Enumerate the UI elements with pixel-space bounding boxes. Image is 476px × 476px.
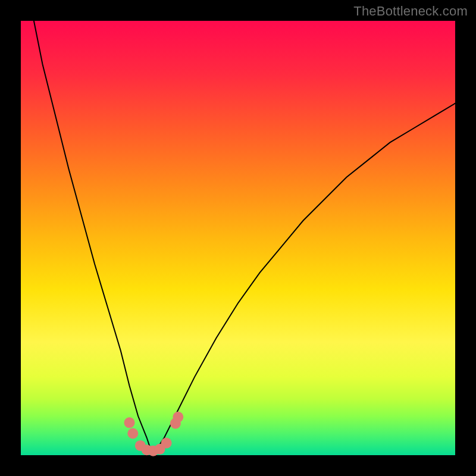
curve-marker bbox=[161, 438, 172, 449]
bottleneck-curve bbox=[34, 21, 455, 451]
curve-markers bbox=[124, 412, 184, 456]
curve-svg bbox=[21, 21, 455, 455]
curve-marker bbox=[124, 417, 135, 428]
curve-marker bbox=[173, 412, 183, 422]
chart-frame: TheBottleneck.com bbox=[0, 0, 476, 476]
watermark-text: TheBottleneck.com bbox=[353, 4, 468, 19]
plot-area bbox=[21, 21, 455, 455]
curve-marker bbox=[127, 428, 138, 439]
